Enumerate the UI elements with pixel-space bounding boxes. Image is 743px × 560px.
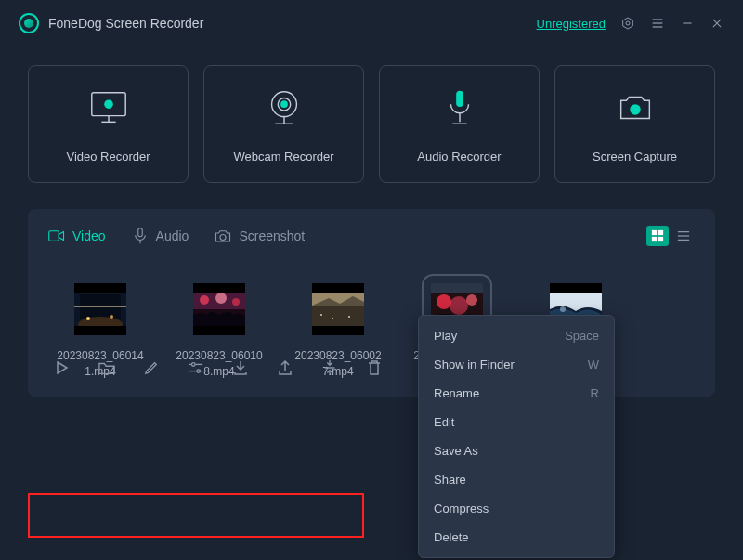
ctx-delete[interactable]: Delete	[419, 523, 614, 552]
menu-icon[interactable]	[650, 16, 665, 31]
share-icon[interactable]	[277, 359, 293, 376]
thumbnail-image	[193, 283, 245, 335]
thumbnail-image	[312, 283, 364, 335]
svg-marker-0	[623, 18, 633, 29]
ctx-play[interactable]: PlaySpace	[419, 321, 614, 350]
app-title: FoneDog Screen Recorder	[48, 16, 203, 31]
svg-point-48	[348, 316, 350, 318]
svg-rect-45	[312, 306, 364, 326]
play-icon[interactable]	[54, 359, 71, 376]
camera-icon	[614, 88, 657, 127]
mode-label: Audio Recorder	[417, 150, 501, 163]
list-view-button[interactable]	[672, 226, 695, 246]
svg-point-41	[215, 293, 227, 304]
title-bar: FoneDog Screen Recorder Unregistered	[0, 0, 743, 46]
library-panel: Video Audio Screenshot	[28, 209, 715, 397]
mode-audio-recorder[interactable]: Audio Recorder	[379, 65, 540, 183]
svg-rect-28	[658, 237, 663, 241]
folder-icon[interactable]	[98, 359, 115, 376]
svg-point-57	[192, 362, 196, 366]
svg-point-14	[280, 100, 288, 108]
svg-rect-17	[456, 91, 463, 107]
mode-label: Screen Capture	[593, 150, 677, 163]
tab-label: Audio	[156, 228, 189, 243]
grid-view-button[interactable]	[646, 226, 669, 246]
svg-point-40	[200, 295, 209, 305]
tab-audio[interactable]: Audio	[132, 228, 189, 244]
library-tabs: Video Audio Screenshot	[48, 226, 695, 246]
video-icon	[48, 228, 65, 244]
audio-icon	[132, 228, 149, 244]
webcam-icon	[263, 88, 306, 127]
svg-point-24	[220, 235, 226, 241]
svg-rect-25	[652, 230, 657, 235]
svg-rect-26	[658, 230, 663, 235]
svg-rect-21	[49, 231, 59, 241]
ctx-show-in-finder[interactable]: Show in FinderW	[419, 350, 614, 379]
svg-point-42	[232, 298, 240, 306]
app-logo	[19, 13, 39, 33]
svg-point-50	[437, 294, 451, 309]
mode-label: Webcam Recorder	[233, 150, 333, 163]
close-icon[interactable]	[710, 16, 724, 31]
screenshot-icon	[215, 228, 231, 244]
svg-rect-22	[137, 228, 142, 237]
mode-label: Video Recorder	[66, 150, 150, 163]
svg-rect-27	[652, 237, 657, 241]
settings-icon[interactable]	[620, 16, 635, 31]
mode-selector: Video Recorder Webcam Recorder Audio Rec…	[0, 46, 743, 198]
svg-point-20	[630, 104, 641, 115]
ctx-save-as[interactable]: Save As	[419, 436, 614, 465]
action-toolbar	[39, 348, 398, 387]
adjust-icon[interactable]	[188, 359, 204, 376]
edit-icon[interactable]	[143, 359, 160, 376]
svg-point-35	[86, 317, 90, 320]
svg-point-58	[197, 369, 201, 372]
unregistered-link[interactable]: Unregistered	[537, 17, 606, 31]
view-toggle	[646, 226, 695, 246]
mode-webcam-recorder[interactable]: Webcam Recorder	[203, 65, 364, 183]
svg-point-54	[560, 306, 566, 312]
mode-screen-capture[interactable]: Screen Capture	[554, 65, 715, 183]
annotation-highlight	[28, 493, 364, 538]
minimize-icon[interactable]	[680, 16, 695, 31]
compress-icon[interactable]	[321, 359, 338, 376]
svg-point-1	[626, 21, 630, 25]
thumbnail-image	[74, 283, 126, 335]
mode-video-recorder[interactable]: Video Recorder	[28, 65, 189, 183]
tab-label: Screenshot	[239, 228, 305, 243]
svg-point-46	[320, 314, 322, 316]
svg-point-47	[332, 318, 333, 319]
svg-point-36	[110, 315, 113, 319]
ctx-rename[interactable]: RenameR	[419, 379, 614, 408]
trash-icon[interactable]	[366, 359, 383, 376]
monitor-icon	[87, 88, 130, 127]
ctx-compress[interactable]: Compress	[419, 494, 614, 523]
header-right: Unregistered	[537, 16, 724, 31]
svg-point-51	[450, 296, 468, 315]
context-menu: PlaySpace Show in FinderW RenameR Edit S…	[418, 315, 615, 558]
download-icon[interactable]	[232, 359, 249, 376]
tab-video[interactable]: Video	[48, 228, 106, 244]
tab-label: Video	[72, 228, 106, 243]
tab-screenshot[interactable]: Screenshot	[215, 228, 305, 244]
ctx-edit[interactable]: Edit	[419, 408, 614, 436]
svg-point-11	[104, 99, 113, 109]
svg-rect-37	[74, 306, 126, 307]
svg-point-52	[466, 294, 477, 306]
ctx-share[interactable]: Share	[419, 465, 614, 494]
header-left: FoneDog Screen Recorder	[19, 13, 203, 33]
microphone-icon	[438, 88, 481, 127]
